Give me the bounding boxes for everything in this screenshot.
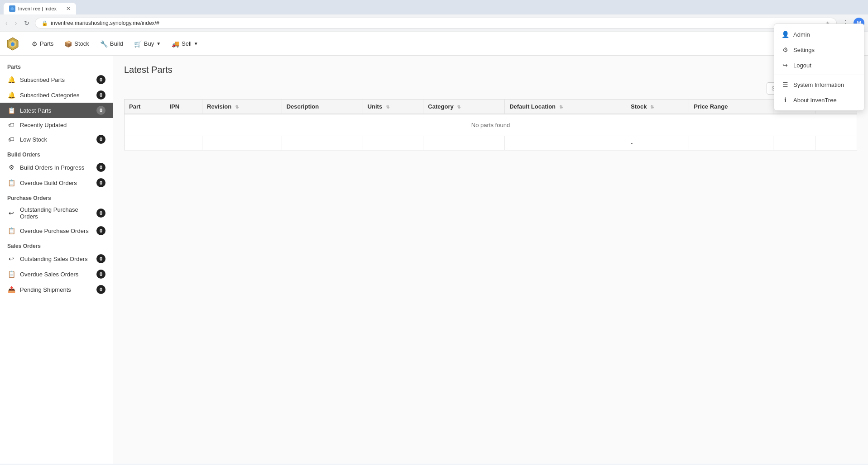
top-nav: ⚙ Parts 📦 Stock 🔧 Build 🛒 Buy ▼ 🚚 Sell ▼ xyxy=(0,32,868,56)
low-stock-label: Low Stock xyxy=(20,136,92,143)
nav-link-parts[interactable]: ⚙ Parts xyxy=(27,38,58,50)
outstanding-purchase-orders-badge: 0 xyxy=(96,209,106,218)
sidebar-item-recently-updated[interactable]: 🏷 Recently Updated xyxy=(0,118,113,132)
latest-parts-badge: 0 xyxy=(96,106,106,115)
latest-parts-icon: 📋 xyxy=(7,107,15,114)
tab-favicon xyxy=(9,5,15,12)
default-location-sort-icon: ⇅ xyxy=(559,104,563,109)
nav-link-buy-label: Buy xyxy=(144,40,154,47)
nav-link-build-label: Build xyxy=(110,40,123,47)
col-price-range: Price Range xyxy=(689,100,773,114)
table-row: - xyxy=(125,136,857,151)
no-data-cell: No parts found xyxy=(125,114,857,136)
dropdown-item-logout-label: Logout xyxy=(793,62,811,69)
nav-link-sell[interactable]: 🚚 Sell ▼ xyxy=(167,38,203,50)
build-orders-in-progress-label: Build Orders In Progress xyxy=(20,164,92,171)
tab-close-button[interactable]: ✕ xyxy=(66,5,71,12)
revision-sort-icon: ⇅ xyxy=(235,104,239,109)
subscribed-parts-label: Subscribed Parts xyxy=(20,76,92,83)
main-content: Latest Parts Part IPN Revision ⇅ Descrip… xyxy=(113,56,868,464)
browser-tab-bar: InvenTree | Index ✕ xyxy=(4,3,864,14)
sidebar-item-overdue-build-orders[interactable]: 📋 Overdue Build Orders 0 xyxy=(0,175,113,190)
nav-links: ⚙ Parts 📦 Stock 🔧 Build 🛒 Buy ▼ 🚚 Sell ▼ xyxy=(27,38,771,50)
nav-link-stock[interactable]: 📦 Stock xyxy=(60,38,94,50)
outstanding-sales-orders-badge: 0 xyxy=(96,254,106,263)
overdue-sales-orders-label: Overdue Sales Orders xyxy=(20,271,92,278)
low-stock-badge: 0 xyxy=(96,135,106,144)
sidebar-section-purchase-orders-header: Purchase Orders xyxy=(0,190,113,203)
buy-dropdown-icon: ▼ xyxy=(156,41,161,46)
dropdown-item-settings[interactable]: ⚙ Settings xyxy=(774,42,864,57)
user-dropdown-menu: 👤 Admin ⚙ Settings ↪ Logout ☰ System Inf… xyxy=(774,24,864,111)
col-part: Part xyxy=(125,100,165,114)
empty-cell-revision xyxy=(202,136,282,151)
back-button[interactable]: ‹ xyxy=(4,18,10,28)
parts-table: Part IPN Revision ⇅ Description Units ⇅ … xyxy=(124,99,857,151)
sell-dropdown-icon: ▼ xyxy=(194,41,198,46)
no-data-row: No parts found xyxy=(125,114,857,136)
layout: Parts 🔔 Subscribed Parts 0 🔔 Subscribed … xyxy=(0,56,868,464)
col-units[interactable]: Units ⇅ xyxy=(363,100,423,114)
browser-tab[interactable]: InvenTree | Index ✕ xyxy=(4,3,76,14)
table-body: No parts found - xyxy=(125,114,857,151)
empty-cell-link xyxy=(773,136,815,151)
pending-shipments-icon: 📤 xyxy=(7,286,15,293)
sell-icon: 🚚 xyxy=(172,40,179,47)
stock-icon: 📦 xyxy=(64,40,72,47)
recently-updated-label: Recently Updated xyxy=(20,122,106,128)
settings-icon: ⚙ xyxy=(782,46,789,53)
forward-button[interactable]: › xyxy=(13,18,19,28)
system-information-icon: ☰ xyxy=(782,81,789,88)
outstanding-sales-orders-icon: ↩ xyxy=(7,255,15,262)
sidebar-item-outstanding-purchase-orders[interactable]: ↩ Outstanding Purchase Orders 0 xyxy=(0,203,113,223)
low-stock-icon: 🏷 xyxy=(7,136,15,143)
sidebar-item-overdue-sales-orders[interactable]: 📋 Overdue Sales Orders 0 xyxy=(0,266,113,282)
col-stock[interactable]: Stock ⇅ xyxy=(626,100,689,114)
sidebar-item-outstanding-sales-orders[interactable]: ↩ Outstanding Sales Orders 0 xyxy=(0,251,113,266)
address-bar[interactable]: 🔒 inventree.mariushosting.synology.me/in… xyxy=(35,18,837,28)
nav-link-parts-label: Parts xyxy=(40,40,53,47)
sidebar-item-pending-shipments[interactable]: 📤 Pending Shipments 0 xyxy=(0,282,113,297)
sidebar-item-low-stock[interactable]: 🏷 Low Stock 0 xyxy=(0,132,113,147)
app-logo[interactable] xyxy=(5,37,20,51)
sidebar-item-build-orders-in-progress[interactable]: ⚙ Build Orders In Progress 0 xyxy=(0,160,113,175)
col-ipn: IPN xyxy=(165,100,202,114)
units-sort-icon: ⇅ xyxy=(386,104,389,109)
page-title: Latest Parts xyxy=(124,65,857,75)
sidebar-section-build-orders-header: Build Orders xyxy=(0,147,113,160)
nav-link-build[interactable]: 🔧 Build xyxy=(96,38,128,50)
col-category[interactable]: Category ⇅ xyxy=(423,100,505,114)
sidebar-item-subscribed-categories[interactable]: 🔔 Subscribed Categories 0 xyxy=(0,87,113,103)
col-revision[interactable]: Revision ⇅ xyxy=(202,100,282,114)
nav-link-sell-label: Sell xyxy=(182,40,192,47)
browser-chrome: InvenTree | Index ✕ xyxy=(0,0,868,14)
dropdown-item-logout[interactable]: ↪ Logout xyxy=(774,57,864,73)
pending-shipments-label: Pending Shipments xyxy=(20,286,92,293)
col-default-location[interactable]: Default Location ⇅ xyxy=(505,100,626,114)
outstanding-sales-orders-label: Outstanding Sales Orders xyxy=(20,256,92,262)
recently-updated-icon: 🏷 xyxy=(7,121,15,128)
build-orders-in-progress-icon: ⚙ xyxy=(7,164,15,171)
address-url: inventree.mariushosting.synology.me/inde… xyxy=(51,20,823,26)
subscribed-parts-badge: 0 xyxy=(96,75,106,84)
reload-button[interactable]: ↻ xyxy=(22,18,31,28)
about-inventree-icon: ℹ xyxy=(782,96,789,104)
subscribed-categories-label: Subscribed Categories xyxy=(20,92,92,99)
overdue-build-orders-badge: 0 xyxy=(96,178,106,187)
overdue-sales-orders-badge: 0 xyxy=(96,270,106,279)
sidebar-item-subscribed-parts[interactable]: 🔔 Subscribed Parts 0 xyxy=(0,72,113,87)
dropdown-item-system-information[interactable]: ☰ System Information xyxy=(774,77,864,92)
overdue-build-orders-icon: 📋 xyxy=(7,179,15,186)
empty-cell-last xyxy=(815,136,857,151)
sidebar-item-overdue-purchase-orders[interactable]: 📋 Overdue Purchase Orders 0 xyxy=(0,223,113,238)
sidebar-item-latest-parts[interactable]: 📋 Latest Parts 0 xyxy=(0,103,113,118)
dropdown-item-admin[interactable]: 👤 Admin xyxy=(774,27,864,42)
admin-icon: 👤 xyxy=(782,31,789,38)
latest-parts-label: Latest Parts xyxy=(20,107,92,114)
dropdown-item-about-inventree[interactable]: ℹ About InvenTree xyxy=(774,92,864,108)
overdue-purchase-orders-icon: 📋 xyxy=(7,227,15,234)
nav-link-buy[interactable]: 🛒 Buy ▼ xyxy=(129,38,165,50)
overdue-purchase-orders-badge: 0 xyxy=(96,226,106,235)
subscribed-categories-badge: 0 xyxy=(96,90,106,100)
dropdown-item-settings-label: Settings xyxy=(793,47,815,53)
